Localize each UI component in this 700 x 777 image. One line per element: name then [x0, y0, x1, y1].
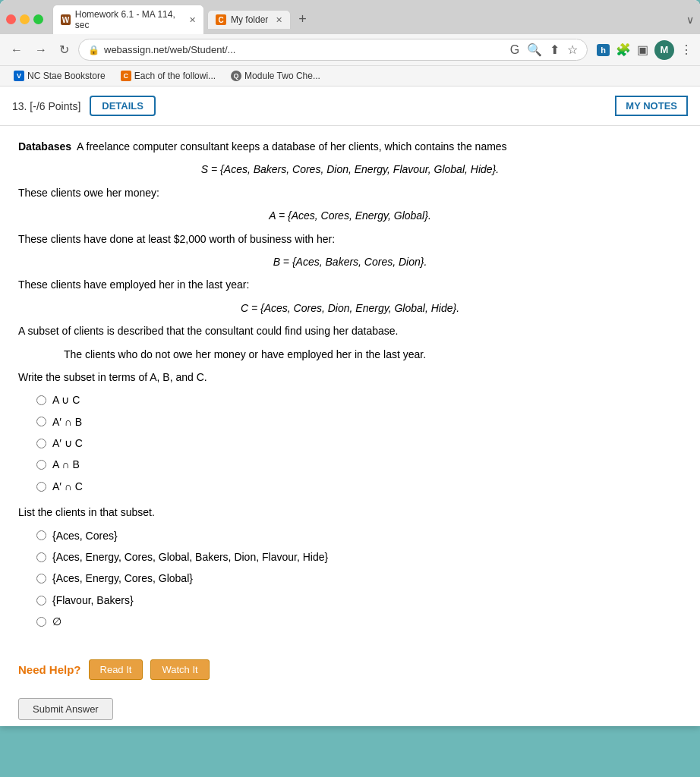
question-header: 13. [-/6 Points] DETAILS MY NOTES [0, 87, 700, 126]
tab2-favicon: C [216, 14, 226, 25]
subset-radio-2[interactable] [36, 417, 46, 426]
forward-button[interactable]: → [32, 42, 50, 58]
problem-intro: Databases A freelance computer consultan… [18, 138, 682, 155]
tab1-label: Homework 6.1 - MA 114, sec [75, 9, 181, 30]
sidebar-icon[interactable]: ▣ [637, 42, 648, 57]
minimize-traffic-light[interactable] [20, 14, 30, 24]
business-text: These clients have done at least $2,000 … [18, 231, 682, 247]
back-button[interactable]: ← [8, 42, 26, 58]
list-option-2[interactable]: {Aces, Energy, Cores, Global, Bakers, Di… [36, 549, 682, 565]
bookmark-nc-bookstore[interactable]: V NC Stae Bookstore [8, 69, 112, 83]
url-bar[interactable]: 🔒 webassign.net/web/Student/... G 🔍 ⬆ ☆ [78, 39, 588, 61]
need-help-label: Need Help? [18, 663, 81, 676]
employed-text: These clients have employed her in the l… [18, 276, 682, 293]
list-radio-3[interactable] [36, 574, 46, 584]
list-option-3[interactable]: {Aces, Energy, Cores, Global} [36, 570, 682, 587]
tab1-favicon: W [61, 14, 71, 25]
list-option-4[interactable]: {Flavour, Bakers} [36, 592, 682, 609]
set-C: C = {Aces, Cores, Dion, Energy, Global, … [18, 300, 682, 316]
question-number: 13. [-/6 Points] [12, 100, 80, 112]
subset-option-2[interactable]: A′ ∩ B [36, 414, 682, 430]
watch-it-button[interactable]: Watch It [150, 659, 209, 680]
subset-options-group: A ∪ C A′ ∩ B A′ ∪ C A ∩ B A′ ∩ C [36, 392, 682, 495]
lock-icon: 🔒 [88, 45, 99, 55]
bookmark2-label: Each of the followi... [134, 71, 216, 81]
subset-option-5[interactable]: A′ ∩ C [36, 478, 682, 495]
bookmark-v-icon: V [14, 71, 24, 81]
avatar[interactable]: M [654, 40, 674, 60]
subset-option-3[interactable]: A′ ∪ C [36, 435, 682, 451]
bookmark-module-two[interactable]: Q Module Two Che... [225, 69, 326, 83]
puzzle-icon[interactable]: 🧩 [616, 42, 631, 57]
list-option-5[interactable]: ∅ [36, 613, 682, 630]
subset-option-4-label: A ∩ B [52, 456, 80, 473]
navigation-bar: ← → ↻ 🔒 webassign.net/web/Student/... G … [0, 34, 700, 66]
list-option-5-label: ∅ [52, 613, 61, 630]
tab1-close-icon[interactable]: ✕ [189, 15, 196, 25]
bookmarks-bar: V NC Stae Bookstore C Each of the follow… [0, 66, 700, 87]
list-radio-1[interactable] [36, 530, 46, 540]
submit-area: Submit Answer [0, 692, 700, 726]
subset-description: A subset of clients is described that th… [18, 322, 682, 339]
subset-highlighted: The clients who do not owe her money or … [64, 346, 682, 363]
list-clients-label: List the clients in that subset. [18, 504, 682, 521]
subset-option-4[interactable]: A ∩ B [36, 456, 682, 473]
browser-menu-icon[interactable]: ∨ [686, 14, 694, 26]
subset-radio-1[interactable] [36, 395, 46, 405]
fullscreen-traffic-light[interactable] [33, 14, 43, 24]
intro-text: A freelance computer consultant keeps a … [77, 140, 507, 153]
list-option-3-label: {Aces, Energy, Cores, Global} [52, 570, 193, 587]
question-body: Databases A freelance computer consultan… [0, 126, 700, 647]
bookmark-q-icon: Q [231, 71, 241, 81]
subset-option-1[interactable]: A ∪ C [36, 392, 682, 408]
new-tab-button[interactable]: + [294, 11, 311, 27]
details-button[interactable]: DETAILS [90, 96, 156, 116]
list-option-2-label: {Aces, Energy, Cores, Global, Bakers, Di… [52, 549, 328, 565]
list-radio-4[interactable] [36, 596, 46, 606]
more-options-icon[interactable]: ⋮ [680, 42, 692, 57]
tab2-close-icon[interactable]: ✕ [276, 15, 282, 25]
subset-option-3-label: A′ ∪ C [52, 435, 83, 451]
subset-radio-5[interactable] [36, 482, 46, 492]
search-icon[interactable]: 🔍 [527, 42, 542, 57]
list-option-1-label: {Aces, Cores} [52, 527, 118, 544]
read-it-button[interactable]: Read It [89, 659, 143, 680]
subset-option-5-label: A′ ∩ C [52, 478, 83, 495]
close-traffic-light[interactable] [6, 14, 16, 24]
second-tab[interactable]: C My folder ✕ [207, 10, 291, 29]
nav-extra-icons: h 🧩 ▣ M ⋮ [597, 40, 692, 60]
write-subset-label: Write the subset in terms of A, B, and C… [18, 369, 682, 385]
bookmark-each-of[interactable]: C Each of the followi... [115, 69, 222, 83]
list-radio-2[interactable] [36, 552, 46, 562]
subset-option-1-label: A ∪ C [52, 392, 80, 408]
subset-option-2-label: A′ ∩ B [52, 414, 82, 430]
list-options-group: {Aces, Cores} {Aces, Energy, Cores, Glob… [36, 527, 682, 631]
active-tab[interactable]: W Homework 6.1 - MA 114, sec ✕ [52, 5, 204, 34]
submit-answer-button[interactable]: Submit Answer [18, 698, 113, 720]
bookmark-c-icon: C [121, 71, 131, 81]
databases-label: Databases [18, 140, 71, 153]
bookmark1-label: NC Stae Bookstore [27, 71, 106, 81]
set-A: A = {Aces, Cores, Energy, Global}. [18, 207, 682, 224]
google-icon: G [510, 43, 519, 57]
url-text: webassign.net/web/Student/... [104, 44, 503, 55]
subset-radio-3[interactable] [36, 439, 46, 448]
bookmark3-label: Module Two Che... [244, 71, 320, 81]
subset-radio-4[interactable] [36, 460, 46, 470]
extension-h-icon[interactable]: h [597, 44, 610, 56]
traffic-lights [6, 14, 43, 24]
list-option-4-label: {Flavour, Bakers} [52, 592, 134, 609]
owe-money-text: These clients owe her money: [18, 184, 682, 201]
share-icon[interactable]: ⬆ [550, 42, 560, 57]
tab2-label: My folder [231, 14, 268, 25]
bookmark-star-icon[interactable]: ☆ [567, 42, 578, 57]
set-S: S = {Aces, Bakers, Cores, Dion, Energy, … [18, 161, 682, 178]
my-notes-button[interactable]: MY NOTES [615, 96, 688, 116]
list-radio-5[interactable] [36, 617, 46, 627]
list-option-1[interactable]: {Aces, Cores} [36, 527, 682, 544]
set-B: B = {Aces, Bakers, Cores, Dion}. [18, 253, 682, 270]
help-section: Need Help? Read It Watch It [0, 647, 700, 692]
reload-button[interactable]: ↻ [56, 41, 72, 58]
